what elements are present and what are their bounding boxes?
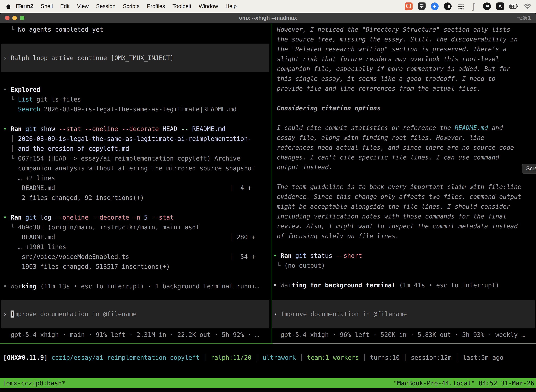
terminal-line: [273, 241, 536, 251]
menu-item-toolbelt[interactable]: Toolbelt: [169, 3, 195, 9]
prompt-input[interactable]: › Improve documentation in @filename: [1, 300, 269, 328]
terminal-line: • Ran git log --oneline --decorate -n 5 …: [3, 213, 271, 222]
terminal-line: I could cite commit statistics or refere…: [273, 123, 536, 133]
terminal-line: might be acceptable alongside the file l…: [273, 202, 536, 211]
terminal-line: • Working (11m 13s • esc to interrupt) ·…: [3, 281, 271, 291]
terminal-line: … +2 lines: [3, 173, 271, 183]
title-bar[interactable]: omx --xhigh --madmax ⌥⌘1: [0, 13, 536, 23]
terminal-line: • Ran git show --stat --oneline --decora…: [3, 124, 271, 134]
terminal-line: │ and-the-erosion-of-copyleft.md: [3, 144, 271, 154]
menu-item-view[interactable]: View: [73, 3, 92, 9]
menu-item-session[interactable]: Session: [92, 3, 119, 9]
terminal-line: README.md | 280 +: [3, 232, 271, 242]
pane-bottom-border-active: [0, 343, 273, 344]
hook-icon[interactable]: ʃ: [470, 2, 478, 10]
terminal-line: 1903 files changed, 513517 insertions(+): [3, 262, 271, 271]
tmux-pane-right[interactable]: However, I noticed the "Directory Struct…: [271, 23, 536, 343]
screenshot-popup[interactable]: Scre: [522, 164, 536, 173]
terminal-line: this single essay, it seems like a good …: [273, 74, 536, 84]
dots-grid-icon[interactable]: [457, 2, 464, 10]
terminal-line: However, I noticed the "Directory Struct…: [273, 25, 536, 34]
terminal-line: Search 2026-03-09-is-legal-the-same-as-l…: [3, 104, 271, 114]
terminal-line: evidence. Since this change only affects…: [273, 192, 536, 202]
terminal-line: │ 2026-03-09-is-legal-the-same-as-legiti…: [3, 134, 271, 144]
window-title: omx --xhigh --madmax: [0, 13, 536, 23]
terminal-line: essay file, along with finding root file…: [273, 133, 536, 143]
pane-left-content: └ No agents completed yet› Ralph loop ac…: [0, 23, 271, 340]
terminal-line: of focusing solely on file lines.: [273, 231, 536, 241]
pane-status-line: gpt-5.4 xhigh · main · 91% left · 2.31M …: [3, 330, 271, 340]
terminal-line: src/voice/voiceModeEnabled.ts | 54 +: [3, 252, 271, 262]
terminal-line: README.md | 4 +: [3, 183, 271, 193]
terminal-area: └ No agents completed yet› Ralph loop ac…: [0, 23, 536, 390]
terminal-line: changes, I can't cite specific file line…: [273, 152, 536, 162]
terminal-line: • Waiting for background terminal (1m 41…: [273, 280, 536, 290]
terminal-line: companion file, especially if more comme…: [273, 64, 536, 74]
menu-item-scripts[interactable]: Scripts: [119, 3, 143, 9]
injected-command-box: › Ralph loop active continue [OMX_TMUX_I…: [1, 44, 269, 72]
menu-item-help[interactable]: Help: [222, 3, 240, 9]
terminal-line: └ No agents completed yet: [3, 25, 271, 34]
iterm-window: omx --xhigh --madmax ⌥⌘1 └ No agents com…: [0, 13, 536, 390]
terminal-line: provide file and line references from th…: [273, 84, 536, 93]
terminal-line: … +1901 lines: [3, 242, 271, 252]
terminal-line: Considering citation options: [273, 103, 536, 113]
shield-keypad-icon[interactable]: [418, 2, 426, 10]
status-icons: ʃ..61A: [400, 2, 531, 10]
screenshot-popup-label: Scre: [526, 165, 536, 172]
menu-item-profiles[interactable]: Profiles: [143, 3, 169, 9]
countdown-badge-icon[interactable]: ..61: [483, 2, 491, 10]
terminal-line: [273, 93, 536, 103]
messenger-icon[interactable]: [431, 2, 439, 10]
menu-bar: iTerm2ShellEditViewSessionScriptsProfile…: [0, 0, 536, 13]
terminal-line: 2 files changed, 92 insertions(+): [3, 193, 271, 203]
omx-status-bar: [OMX#0.11.9] cczip/essay/ai-reimplementa…: [3, 353, 536, 363]
terminal-line: slight risk that future readers may over…: [273, 54, 536, 64]
terminal-line: └ 4b9d30f (origin/main, instructkr/main,…: [3, 222, 271, 232]
prompt-input[interactable]: › Improve documentation in @filename: [272, 300, 535, 328]
terminal-line: including verification notes with those …: [273, 211, 536, 221]
menu-item-window[interactable]: Window: [195, 3, 222, 9]
menu-item-edit[interactable]: Edit: [57, 3, 73, 9]
menu-item-iterm2[interactable]: iTerm2: [13, 3, 37, 9]
menu-items: iTerm2ShellEditViewSessionScriptsProfile…: [13, 3, 240, 9]
wifi-icon[interactable]: [524, 2, 531, 10]
terminal-line: The team guideline is to back every impo…: [273, 182, 536, 192]
terminal-line: companion analysis without altering the …: [3, 163, 271, 173]
terminal-line: • Ran git status --short: [273, 251, 536, 261]
terminal-line: └ List git ls-files: [3, 94, 271, 104]
chat-icon[interactable]: [405, 2, 412, 10]
terminal-line: review. Also, I might want to inspect th…: [273, 221, 536, 231]
terminal-line: [273, 113, 536, 123]
terminal-line: [3, 203, 271, 213]
apple-icon[interactable]: [6, 3, 12, 9]
window-shortcut-badge: ⌥⌘1: [517, 13, 531, 23]
terminal-line: [3, 271, 271, 281]
terminal-line: the "Related research writing" section i…: [273, 44, 536, 54]
tmux-status-bar: [omx-cczip0:bash* "MacBook-Pro-44.local"…: [0, 378, 536, 388]
tmux-pane-left[interactable]: └ No agents completed yet› Ralph loop ac…: [0, 23, 271, 343]
terminal-line: [273, 172, 536, 182]
terminal-line: [273, 271, 536, 280]
desktop: { "menu_bar": { "items": ["iTerm2", "She…: [0, 0, 536, 392]
terminal-line: output instead.: [273, 162, 536, 172]
terminal-line: the source tree, missing the essay. Stil…: [273, 34, 536, 44]
terminal-line: [3, 114, 271, 124]
a-key-icon[interactable]: A: [496, 2, 504, 10]
pane-status-line: gpt-5.4 xhigh · 96% left · 520K in · 5.8…: [273, 330, 536, 340]
terminal-line: └ (no output): [273, 261, 536, 271]
terminal-line: references need actual files, and since …: [273, 143, 536, 152]
pane-right-content: However, I noticed the "Directory Struct…: [271, 23, 536, 340]
terminal-line: └ 067f154 (HEAD -> essay/ai-reimplementa…: [3, 154, 271, 163]
terminal-line: • Explored: [3, 85, 271, 94]
tmux-host-clock: "MacBook-Pro-44.local" 04:52 31-Mar-26: [393, 378, 534, 388]
pane-bottom-border-inactive: [273, 343, 536, 344]
pie-chart-icon[interactable]: [444, 2, 452, 10]
battery-icon[interactable]: [509, 2, 518, 10]
tmux-session-label: [omx-cczip0:bash*: [2, 378, 65, 388]
menu-item-shell[interactable]: Shell: [37, 3, 57, 9]
